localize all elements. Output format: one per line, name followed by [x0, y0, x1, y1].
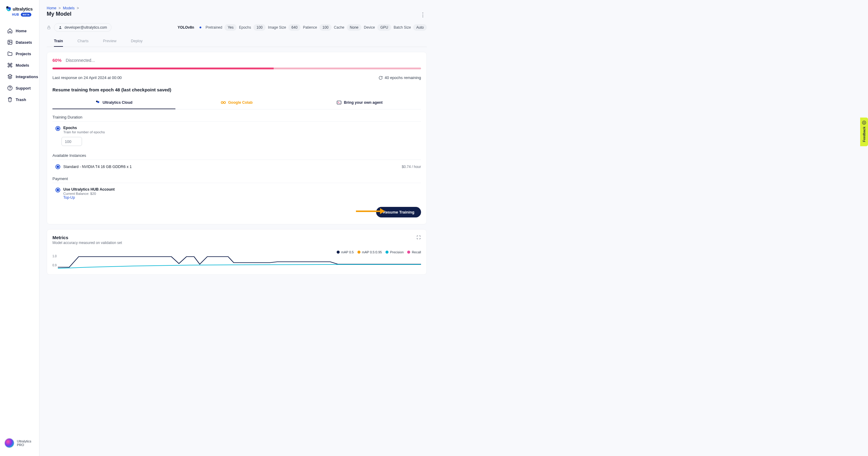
- nav-home[interactable]: Home: [0, 25, 39, 36]
- breadcrumb: Home > Models >: [47, 6, 427, 10]
- chart-legend: mAP 0.5 mAP 0.5:0.95 Precision Recall: [53, 250, 421, 254]
- nav-integrations[interactable]: Integrations: [0, 71, 39, 82]
- training-duration-label: Training Duration: [53, 115, 421, 119]
- instance-name: Standard - NVIDIA T4 16 GB GDDR6 x 1: [63, 165, 132, 169]
- topup-link[interactable]: Top-Up: [63, 195, 75, 200]
- page-title: My Model: [47, 11, 427, 17]
- svg-point-13: [862, 121, 866, 124]
- env-tab-cloud[interactable]: Ultralytics Cloud: [53, 97, 176, 109]
- owner-chip[interactable]: developer@ultralytics.com: [54, 23, 112, 32]
- svg-rect-12: [337, 101, 341, 104]
- refresh-icon: [378, 76, 383, 80]
- nav-label: Projects: [16, 52, 31, 56]
- instances-label: Available Instances: [53, 153, 421, 158]
- nav-label: Support: [16, 86, 31, 90]
- env-tab-colab[interactable]: Google Colab: [176, 97, 299, 109]
- svg-point-9: [97, 101, 99, 103]
- nav-trash[interactable]: Trash: [0, 94, 39, 105]
- instance-radio[interactable]: Standard - NVIDIA T4 16 GB GDDR6 x 1: [56, 164, 132, 169]
- tab-charts[interactable]: Charts: [78, 36, 89, 47]
- nav-label: Models: [16, 63, 29, 67]
- progress-bar: [53, 67, 421, 69]
- more-menu-button[interactable]: ⋮: [420, 11, 426, 18]
- smile-icon: [862, 121, 866, 125]
- model-meta: YOLOv8n Pretrained Yes Epochs 100 Image …: [178, 24, 427, 31]
- owner-email: developer@ultralytics.com: [64, 25, 107, 30]
- nav-support[interactable]: Support: [0, 82, 39, 94]
- progress-percent: 60%: [53, 58, 61, 63]
- tab-deploy[interactable]: Deploy: [131, 36, 143, 47]
- svg-point-11: [224, 102, 226, 104]
- logo-text: ultralytics: [13, 7, 33, 11]
- epochs-sub: Train for number of epochs: [63, 130, 105, 134]
- progress-fill: [53, 67, 274, 69]
- breadcrumb-models[interactable]: Models: [63, 6, 75, 10]
- sidebar: ultralytics HUB BETA Home Datasets Proje…: [0, 0, 39, 456]
- terminal-icon: [337, 100, 341, 105]
- command-icon: [7, 62, 13, 68]
- env-tab-agent[interactable]: Bring your own agent: [298, 97, 421, 109]
- cloud-icon: [95, 100, 100, 105]
- avatar: [4, 438, 14, 448]
- folder-icon: [7, 51, 13, 56]
- nav-datasets[interactable]: Datasets: [0, 36, 39, 48]
- nav-label: Trash: [16, 97, 26, 102]
- colab-icon: [221, 100, 226, 105]
- svg-point-7: [60, 26, 61, 27]
- tab-train[interactable]: Train: [54, 36, 63, 47]
- metrics-card: Metrics Model accuracy measured on valid…: [47, 229, 427, 275]
- image-icon: [7, 39, 13, 45]
- radio-icon: [56, 164, 60, 169]
- instance-price: $0.74 / hour: [402, 165, 421, 169]
- svg-point-3: [9, 41, 10, 42]
- resume-heading: Resume training from epoch 48 (last chec…: [53, 87, 421, 92]
- svg-point-15: [864, 122, 865, 122]
- tab-preview[interactable]: Preview: [103, 36, 116, 47]
- nav-models[interactable]: Models: [0, 59, 39, 71]
- nav-label: Home: [16, 29, 27, 33]
- beta-badge: BETA: [21, 13, 31, 17]
- lock-icon: [47, 25, 51, 30]
- breadcrumb-home[interactable]: Home: [47, 6, 56, 10]
- hub-text: HUB: [12, 13, 19, 16]
- svg-point-10: [221, 102, 223, 104]
- user-icon: [59, 26, 62, 29]
- tabs: Train Charts Preview Deploy: [47, 36, 427, 47]
- epochs-remaining: 40 epochs remaining: [384, 76, 421, 80]
- payment-title: Use Ultralytics HUB Account: [63, 187, 115, 192]
- metrics-title: Metrics: [53, 235, 421, 240]
- help-icon: [7, 85, 13, 91]
- highlight-arrow: [356, 208, 385, 214]
- expand-icon[interactable]: [416, 235, 421, 240]
- layers-icon: [7, 74, 13, 79]
- training-card: 60% Disconnected... Last response on 24 …: [47, 52, 427, 224]
- epochs-input[interactable]: [61, 137, 82, 146]
- payment-radio[interactable]: Use Ultralytics HUB Account Current Bala…: [53, 187, 421, 200]
- dot-icon: [199, 27, 201, 28]
- user-menu[interactable]: Ultralytics PRO: [0, 434, 39, 452]
- metrics-chart: 1.0 0.9: [58, 255, 421, 269]
- radio-icon: [56, 126, 60, 131]
- epochs-radio[interactable]: Epochs Train for number of epochs: [53, 126, 421, 134]
- metrics-sub: Model accuracy measured on validation se…: [53, 241, 421, 245]
- user-plan: PRO: [17, 443, 31, 447]
- payment-label: Payment: [53, 176, 421, 181]
- radio-icon: [56, 188, 60, 192]
- model-type: YOLOv8n: [178, 25, 194, 30]
- feedback-button[interactable]: Feedback: [860, 118, 868, 146]
- user-name: Ultralytics: [17, 439, 31, 443]
- svg-rect-6: [48, 27, 50, 29]
- logo-icon: [6, 6, 11, 12]
- trash-icon: [7, 97, 13, 102]
- nav-projects[interactable]: Projects: [0, 48, 39, 59]
- home-icon: [7, 28, 13, 33]
- last-response: Last response on 24 April 2024 at 00:00: [53, 76, 122, 80]
- logo[interactable]: ultralytics HUB BETA: [0, 4, 39, 22]
- status-text: Disconnected...: [66, 58, 95, 63]
- nav-label: Integrations: [16, 75, 38, 79]
- payment-balance: Current Balance: $20: [63, 192, 115, 195]
- epochs-title: Epochs: [63, 126, 105, 130]
- nav-label: Datasets: [16, 40, 32, 45]
